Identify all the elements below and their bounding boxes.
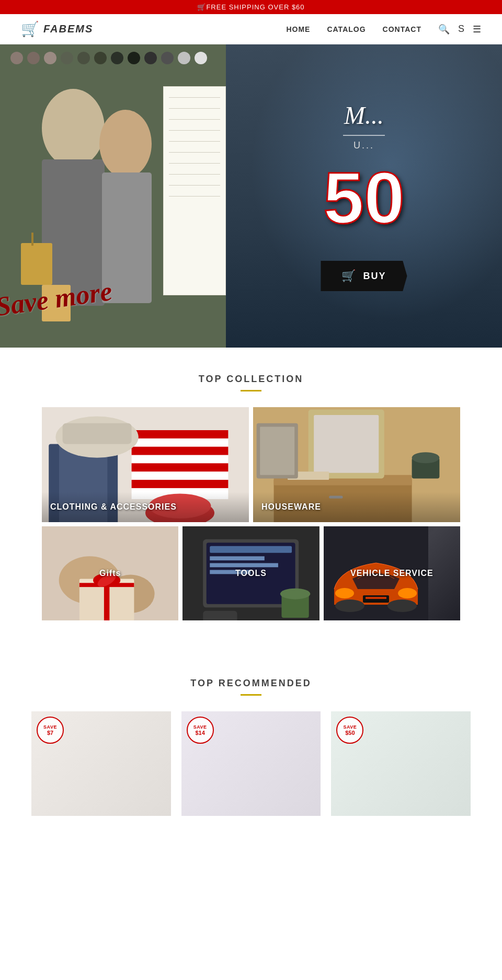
buy-label: BUY <box>363 271 386 282</box>
header: 🛒 FABEMS HOME CATALOG CONTACT 🔍 S ☰ <box>0 14 502 44</box>
svg-rect-29 <box>314 415 379 473</box>
hero-panels: Save more M... U... 50 🛒 BUY <box>0 44 502 348</box>
collection-clothing[interactable]: CLOTHING & ACCESSORIES <box>42 407 249 522</box>
hero-number-block: 50 <box>323 162 405 235</box>
recommended-underline <box>241 694 261 696</box>
collection-gifts[interactable]: Gifts <box>42 526 178 620</box>
logo-icon: 🛒 <box>21 20 39 38</box>
notebook-line-1 <box>169 97 220 98</box>
collection-tools[interactable]: TOOLS <box>182 526 319 620</box>
cart-icon: 🛒 <box>341 269 357 283</box>
product-card-2[interactable]: SAVE $14 <box>181 711 321 816</box>
hero-right-panel: M... U... 50 🛒 BUY <box>226 44 502 348</box>
dot-2[interactable] <box>27 52 40 64</box>
hero-left-panel: Save more <box>0 44 226 348</box>
notebook-line-5 <box>169 141 220 142</box>
svg-point-4 <box>99 110 152 178</box>
hero-up-text: U... <box>321 140 407 151</box>
logo-text: FABEMS <box>43 23 93 35</box>
main-nav: HOME CATALOG CONTACT 🔍 S ☰ <box>286 24 481 35</box>
svg-rect-18 <box>63 423 132 444</box>
notebook-line-8 <box>169 174 220 175</box>
product-grid: SAVE $7 SAVE $14 SAVE $50 <box>31 711 471 816</box>
collection-underline <box>241 390 261 391</box>
collection-vehicle[interactable]: VEHICLE SERVICE <box>324 526 460 620</box>
svg-rect-47 <box>210 546 292 553</box>
dot-1[interactable] <box>10 52 23 64</box>
svg-point-61 <box>335 599 364 612</box>
dot-12[interactable] <box>195 52 207 64</box>
search-icon[interactable]: 🔍 <box>438 24 450 35</box>
clothing-label: CLOTHING & ACCESSORIES <box>42 492 249 522</box>
hero-discount-number: 50 <box>323 157 405 239</box>
svg-rect-51 <box>203 611 237 620</box>
dot-10[interactable] <box>161 52 174 64</box>
hero-divider-line <box>343 135 385 136</box>
notebook-line-6 <box>169 152 220 153</box>
dot-11[interactable] <box>178 52 190 64</box>
save-badge-1: SAVE $7 <box>37 717 64 744</box>
slider-dots <box>0 44 218 72</box>
product-card-1[interactable]: SAVE $7 <box>31 711 171 816</box>
gifts-label: Gifts <box>42 558 178 589</box>
hero-script-right: M... <box>321 101 407 130</box>
collection-houseware[interactable]: HOUSEWARE <box>253 407 460 522</box>
svg-rect-7 <box>31 233 33 246</box>
dot-7[interactable] <box>111 52 123 64</box>
svg-rect-16 <box>132 480 229 488</box>
svg-point-31 <box>412 452 440 463</box>
save-badge-2: SAVE $14 <box>187 717 214 744</box>
nav-catalog[interactable]: CATALOG <box>327 25 366 33</box>
collection-bottom-row: Gifts <box>42 526 460 620</box>
notebook-line-3 <box>169 119 220 120</box>
recommended-header: TOP RECOMMENDED <box>31 678 471 696</box>
top-collection-section: TOP COLLECTION <box>0 374 502 620</box>
svg-rect-13 <box>132 430 229 439</box>
dot-9[interactable] <box>144 52 157 64</box>
collection-title: TOP COLLECTION <box>42 374 460 385</box>
hero-buy-block: 🛒 BUY <box>321 250 407 291</box>
svg-point-62 <box>387 599 417 612</box>
save-label-2: SAVE <box>193 724 207 730</box>
nav-icons-group: 🔍 S ☰ <box>438 24 481 35</box>
collection-top-row: CLOTHING & ACCESSORIES <box>42 407 460 522</box>
houseware-label: HOUSEWARE <box>253 492 460 522</box>
nav-home[interactable]: HOME <box>286 25 310 33</box>
save-label-1: SAVE <box>43 724 57 730</box>
dot-8[interactable] <box>128 52 140 64</box>
dot-5[interactable] <box>77 52 90 64</box>
tools-label: TOOLS <box>182 558 319 589</box>
save-amount-2: $14 <box>195 730 204 736</box>
dot-4[interactable] <box>61 52 73 64</box>
svg-rect-34 <box>260 426 294 475</box>
svg-rect-6 <box>21 243 52 285</box>
svg-rect-15 <box>132 463 229 471</box>
svg-point-57 <box>335 588 354 598</box>
buy-now-button[interactable]: 🛒 BUY <box>321 261 407 291</box>
collection-header: TOP COLLECTION <box>42 374 460 391</box>
hero-right-content: M... U... 50 🛒 BUY <box>321 101 407 291</box>
notebook-line-10 <box>169 196 220 197</box>
save-amount-3: $50 <box>345 730 355 736</box>
notebook-line-4 <box>169 130 220 131</box>
recommended-title: TOP RECOMMENDED <box>31 678 471 689</box>
dot-3[interactable] <box>44 52 56 64</box>
save-badge-3: SAVE $50 <box>336 717 363 744</box>
save-amount-1: $7 <box>47 730 53 736</box>
top-recommended-section: TOP RECOMMENDED SAVE $7 SAVE $14 SAVE $5… <box>0 678 502 816</box>
notebook-line-9 <box>169 185 220 186</box>
notebook-line-7 <box>169 163 220 164</box>
notebook-line-2 <box>169 108 220 109</box>
banner-text: 🛒FREE SHIPPING OVER $60 <box>197 3 304 11</box>
dot-6[interactable] <box>94 52 107 64</box>
svg-point-55 <box>280 589 310 599</box>
svg-rect-60 <box>366 597 386 599</box>
account-icon[interactable]: S <box>458 24 464 34</box>
svg-rect-14 <box>132 447 229 455</box>
menu-icon[interactable]: ☰ <box>473 24 481 35</box>
hero-section: Save more M... U... 50 🛒 BUY <box>0 44 502 348</box>
logo[interactable]: 🛒 FABEMS <box>21 20 93 38</box>
product-card-3[interactable]: SAVE $50 <box>331 711 471 816</box>
save-label-3: SAVE <box>343 724 357 730</box>
nav-contact[interactable]: CONTACT <box>383 25 421 33</box>
